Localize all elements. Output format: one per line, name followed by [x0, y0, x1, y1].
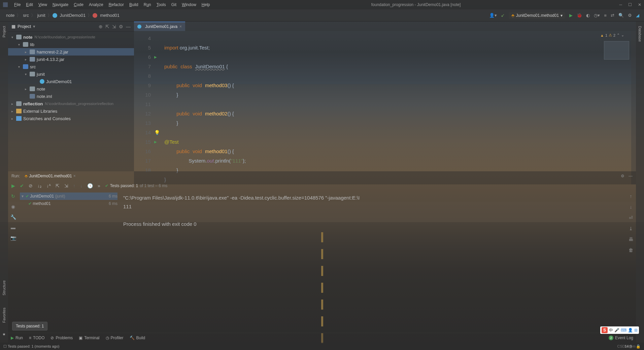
- error-stripe[interactable]: [631, 31, 636, 184]
- stop2-icon[interactable]: ◉: [11, 204, 15, 209]
- minimize-icon[interactable]: ─: [619, 2, 622, 7]
- menu-view[interactable]: View: [36, 2, 50, 7]
- maximize-icon[interactable]: ☐: [628, 2, 632, 7]
- intention-bulb-icon[interactable]: 💡: [154, 128, 161, 137]
- profile-icon[interactable]: ◷▾: [594, 13, 600, 18]
- test-status: ✔Tests passed: 1 of 1 test – 6 ms: [105, 183, 167, 188]
- crumb-class[interactable]: JunitDemo01: [59, 13, 87, 18]
- tab-todo[interactable]: ≡TODO: [29, 336, 44, 340]
- tab-profiler[interactable]: ◷Profiler: [106, 336, 124, 340]
- star-icon[interactable]: ★: [2, 332, 6, 337]
- pin-icon[interactable]: ▬: [11, 225, 15, 230]
- menu-refactor[interactable]: Refactor: [106, 2, 127, 7]
- run-settings-icon[interactable]: ⚙: [621, 174, 624, 178]
- camera-icon[interactable]: 📷: [10, 235, 16, 241]
- toggle-ignore-icon[interactable]: ⊘: [29, 183, 33, 188]
- status-bar: ☐ Tests passed: 1 (moments ago) 14:9 🔒: [0, 343, 644, 350]
- menu-help[interactable]: Help: [199, 2, 213, 7]
- project-tree[interactable]: ▾noteN:\code\foundation_progression\note…: [8, 32, 134, 171]
- console-output[interactable]: "C:\Program Files\Java\jdk-11.0.6\bin\ja…: [119, 191, 626, 332]
- collapse-all-icon[interactable]: ⇲: [64, 183, 68, 188]
- tab-eventlog[interactable]: 2Event Log: [609, 336, 633, 340]
- hide-icon[interactable]: —: [126, 24, 131, 29]
- project-tool-window: ▦Project ▾ ⊕ ⇱ ⇲ ⚙ — ▾noteN:\code\founda…: [8, 22, 134, 171]
- menu-window[interactable]: Window: [179, 2, 199, 7]
- search-icon[interactable]: 🔍: [618, 13, 624, 18]
- run-hide-icon[interactable]: —: [629, 174, 633, 178]
- scroll-up-icon[interactable]: ↑: [630, 194, 632, 199]
- run-config-selector[interactable]: ⬘JunitDemo01.method01▾: [509, 12, 565, 19]
- settings-icon[interactable]: ⚙: [628, 13, 632, 18]
- prev-icon[interactable]: ↑: [73, 183, 75, 188]
- menu-git[interactable]: Git: [169, 2, 179, 7]
- clear-icon[interactable]: 🗑: [629, 247, 633, 253]
- softwrap-icon[interactable]: ⏎: [629, 215, 633, 220]
- menu-bar: File Edit View Navigate Code Analyze Ref…: [0, 0, 644, 9]
- tab-project[interactable]: Project: [2, 23, 6, 40]
- gradient-icon[interactable]: ◢: [636, 13, 639, 18]
- history-icon[interactable]: 🕓: [87, 183, 93, 188]
- status-message: Tests passed: 1 (moments ago): [8, 344, 59, 348]
- gutter-icons[interactable]: ▶ 💡▶: [154, 31, 161, 184]
- run-tab[interactable]: ⬘JunitDemo01.method01 ×: [23, 173, 77, 179]
- sogou-icon[interactable]: S: [602, 327, 608, 333]
- inspections-widget[interactable]: ▲1 ⚠2 ⌃ ⌄: [600, 33, 631, 37]
- editor-tab-junitdemo[interactable]: JunitDemo01.java ×: [134, 22, 185, 31]
- project-title[interactable]: Project: [18, 24, 31, 29]
- menu-analyze[interactable]: Analyze: [86, 2, 106, 7]
- stop-icon[interactable]: ■: [604, 13, 607, 18]
- settings-icon[interactable]: ⚙: [119, 24, 123, 29]
- tab-build[interactable]: 🔨Build: [130, 336, 145, 340]
- tree-item-hamcrest[interactable]: ▸hamcrest-2.2.jar: [8, 48, 134, 56]
- sort2-icon[interactable]: ↓ᴬ: [46, 183, 51, 188]
- menu-code[interactable]: Code: [71, 2, 86, 7]
- code-editor[interactable]: 456789101112131415161718 ▶ 💡▶ import org…: [134, 31, 636, 184]
- wrench-icon[interactable]: 🔧: [10, 214, 16, 220]
- tab-database[interactable]: Database: [638, 23, 642, 44]
- rerun2-icon[interactable]: ↻: [11, 194, 15, 199]
- user-icon[interactable]: 👤▾: [489, 13, 497, 18]
- coverage-icon[interactable]: ◐: [586, 13, 590, 18]
- run-icon[interactable]: ▶: [569, 13, 573, 18]
- crumb-method[interactable]: method01: [99, 13, 121, 18]
- print-icon[interactable]: 🖶: [629, 237, 633, 242]
- close-tab-icon[interactable]: ×: [179, 24, 182, 29]
- test-method-row[interactable]: ✔ method016 ms: [20, 200, 117, 207]
- scroll-down-icon[interactable]: ↓: [630, 204, 632, 210]
- crumb-note[interactable]: note: [5, 13, 16, 18]
- tab-structure[interactable]: Structure: [2, 278, 6, 298]
- toggle-pass-icon[interactable]: ✔: [20, 183, 24, 188]
- crumb-src[interactable]: src: [22, 13, 30, 18]
- menu-file[interactable]: File: [11, 2, 23, 7]
- test-class-row[interactable]: ▾✔ JunitDemo01 (junit)6 ms: [20, 193, 117, 200]
- sort-icon[interactable]: ↓₂: [37, 183, 42, 188]
- git-icon[interactable]: ⇄: [611, 13, 614, 18]
- crumb-junit[interactable]: junit: [36, 13, 47, 18]
- ime-toolbar[interactable]: S 中 🎤 ⌨ 👤 ⊞: [600, 326, 639, 334]
- editor: JunitDemo01.java × 456789101112131415161…: [134, 22, 636, 171]
- locate-icon[interactable]: ⊕: [99, 24, 103, 29]
- menu-edit[interactable]: Edit: [23, 2, 36, 7]
- next-icon[interactable]: ↓: [80, 183, 82, 188]
- scroll-end-icon[interactable]: ⤓: [629, 226, 633, 231]
- test-tree[interactable]: ▾✔ JunitDemo01 (junit)6 ms ✔ method016 m…: [18, 191, 119, 332]
- tab-problems[interactable]: ⊘Problems: [50, 336, 73, 340]
- tab-run[interactable]: ▶Run: [11, 336, 23, 340]
- more-icon[interactable]: »: [98, 183, 100, 188]
- collapse-icon[interactable]: ⇲: [112, 24, 116, 29]
- tab-favorites[interactable]: Favorites: [2, 305, 6, 325]
- back-icon[interactable]: ↙: [501, 13, 505, 18]
- lock-icon[interactable]: 🔒: [636, 344, 641, 349]
- project-dropdown-icon[interactable]: ▦: [11, 24, 15, 29]
- menu-build[interactable]: Build: [127, 2, 141, 7]
- code-minimap[interactable]: [604, 41, 629, 60]
- menu-run[interactable]: Run: [141, 2, 154, 7]
- close-icon[interactable]: ✕: [638, 2, 641, 7]
- menu-navigate[interactable]: Navigate: [50, 2, 71, 7]
- tab-terminal[interactable]: ▣Terminal: [79, 336, 99, 340]
- menu-tools[interactable]: Tools: [154, 2, 169, 7]
- expand-all-icon[interactable]: ⇱: [56, 183, 60, 188]
- expand-icon[interactable]: ⇱: [105, 24, 109, 29]
- rerun-icon[interactable]: ▶: [11, 183, 15, 188]
- debug-icon[interactable]: 🐞: [577, 13, 582, 18]
